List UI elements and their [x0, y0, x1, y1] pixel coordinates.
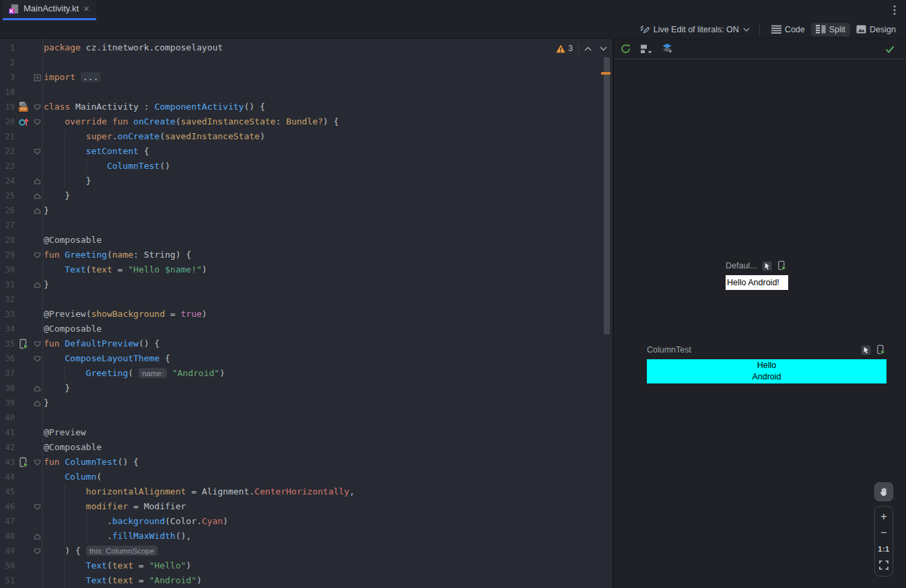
fold-marker[interactable] [32, 340, 42, 348]
fold-marker[interactable] [32, 548, 42, 555]
code-line[interactable]: 39} [0, 396, 613, 410]
code-line[interactable]: 49) { this: ColumnScope [0, 544, 613, 558]
code-line[interactable]: 22setContent { [0, 144, 613, 159]
line-number[interactable]: 45 [0, 487, 15, 497]
code-text[interactable]: modifier = Modifier [42, 499, 186, 514]
zoom-out-button[interactable]: − [880, 527, 886, 538]
line-number[interactable]: 26 [0, 206, 15, 215]
fold-marker[interactable] [32, 503, 42, 511]
code-line[interactable]: 1package cz.itnetwork.composelayout [0, 40, 613, 55]
code-text[interactable]: } [42, 188, 70, 203]
code-text[interactable]: } [42, 174, 91, 188]
code-line[interactable]: 31} [0, 277, 613, 292]
code-text[interactable]: @Composable [42, 440, 102, 455]
line-number[interactable]: 39 [0, 398, 15, 408]
view-mode-code[interactable]: Code [767, 23, 810, 36]
code-text[interactable]: ComposeLayoutTheme { [42, 351, 170, 366]
code-text[interactable]: fun Greeting(name: String) { [42, 248, 191, 262]
fold-marker[interactable] [32, 178, 42, 185]
code-text[interactable]: .background(Color.Cyan) [42, 514, 228, 529]
fold-marker[interactable] [32, 385, 42, 392]
line-number[interactable]: 19 [0, 102, 15, 112]
code-line[interactable]: 26} [0, 203, 613, 218]
line-number[interactable]: 47 [0, 517, 15, 526]
code-line[interactable]: 32 [0, 292, 613, 307]
code-text[interactable]: super.onCreate(savedInstanceState) [42, 129, 265, 144]
code-line[interactable]: 40 [0, 410, 613, 425]
fold-marker[interactable] [32, 533, 42, 540]
line-number[interactable]: 22 [0, 147, 15, 156]
code-line[interactable]: 51Text(text = "Android") [0, 573, 613, 588]
code-text[interactable]: Column( [42, 470, 102, 484]
code-text[interactable]: ) { this: ColumnScope [42, 544, 158, 558]
line-number[interactable]: 42 [0, 443, 15, 452]
code-line[interactable]: 34@Composable [0, 322, 613, 336]
zoom-ratio-button[interactable]: 1:1 [878, 544, 889, 554]
preview-default[interactable]: Defaul... Hello Android! [726, 260, 800, 290]
warning-stripe-mark[interactable] [601, 72, 611, 75]
code-text[interactable]: package cz.itnetwork.composelayout [42, 40, 223, 55]
line-number[interactable]: 2 [0, 58, 15, 67]
code-text[interactable]: } [42, 396, 49, 410]
code-line[interactable]: 21super.onCreate(savedInstanceState) [0, 129, 613, 144]
tab-mainactivity[interactable]: MainActivity.kt × [3, 0, 96, 20]
code-text[interactable]: override fun onCreate(savedInstanceState… [42, 114, 339, 129]
fold-marker[interactable] [32, 104, 42, 111]
line-number[interactable]: 49 [0, 546, 15, 556]
code-text[interactable]: horizontalAlignment = Alignment.CenterHo… [42, 484, 355, 499]
preview-columntest[interactable]: ColumnTest Hello Android [647, 344, 886, 383]
line-number[interactable]: 32 [0, 295, 15, 304]
code-text[interactable]: } [42, 203, 49, 218]
refresh-preview-icon[interactable] [620, 43, 631, 54]
code-line[interactable]: 2 [0, 55, 613, 70]
code-text[interactable]: Text(text = "Hello") [42, 558, 191, 573]
fold-marker[interactable] [32, 118, 42, 126]
view-mode-design[interactable]: Design [851, 23, 901, 36]
line-number[interactable]: 40 [0, 413, 15, 422]
live-edit-dropdown[interactable]: Live Edit of literals: ON [637, 23, 753, 36]
fold-marker[interactable] [32, 252, 42, 259]
fold-marker[interactable] [32, 148, 42, 155]
code-text[interactable]: fun DefaultPreview() { [42, 336, 160, 351]
run-preview-icon[interactable] [777, 260, 788, 271]
code-line[interactable]: 35fun DefaultPreview() { [0, 336, 613, 351]
code-line[interactable]: 37Greeting( name: "Android") [0, 366, 613, 381]
prev-warning-icon[interactable] [584, 46, 592, 51]
code-line[interactable]: 50Text(text = "Hello") [0, 558, 613, 573]
run-preview-icon[interactable] [876, 344, 886, 355]
line-number[interactable]: 31 [0, 280, 15, 289]
line-number[interactable]: 51 [0, 576, 15, 585]
line-number[interactable]: 44 [0, 472, 15, 482]
code-line[interactable]: 48.fillMaxWidth(), [0, 529, 613, 544]
line-number[interactable]: 50 [0, 561, 15, 571]
line-number[interactable]: 34 [0, 324, 15, 334]
editor-scrollbar[interactable] [604, 57, 610, 334]
preview-gutter-icon[interactable] [15, 457, 32, 468]
line-number[interactable]: 37 [0, 369, 15, 378]
code-text[interactable]: } [42, 381, 70, 396]
code-editor[interactable]: 1package cz.itnetwork.composelayout23imp… [0, 39, 613, 588]
code-text[interactable]: import ... [42, 70, 100, 85]
code-text[interactable]: @Composable [42, 233, 102, 248]
line-number[interactable]: 1 [0, 43, 15, 52]
code-line[interactable]: 30Text(text = "Hello $name!") [0, 262, 613, 277]
code-line[interactable]: 42@Composable [0, 440, 613, 455]
pan-button[interactable] [874, 482, 893, 501]
fold-marker[interactable] [32, 281, 42, 289]
android-gutter-icon[interactable]: <> [15, 102, 32, 112]
preview-columntest-render[interactable]: Hello Android [647, 359, 886, 383]
code-line[interactable]: 29fun Greeting(name: String) { [0, 248, 613, 262]
line-number[interactable]: 20 [0, 117, 15, 126]
preview-default-render[interactable]: Hello Android! [726, 275, 788, 290]
code-line[interactable]: 19<>class MainActivity : ComponentActivi… [0, 100, 613, 114]
line-number[interactable]: 3 [0, 73, 15, 82]
line-number[interactable]: 24 [0, 176, 15, 186]
code-line[interactable]: 46modifier = Modifier [0, 499, 613, 514]
line-number[interactable]: 43 [0, 457, 15, 467]
fold-marker[interactable] [32, 459, 42, 466]
view-mode-split[interactable]: Split [811, 23, 850, 36]
interactive-mode-icon[interactable] [762, 261, 772, 271]
code-line[interactable]: 36ComposeLayoutTheme { [0, 351, 613, 366]
preview-gutter-icon[interactable] [15, 338, 32, 350]
fold-marker[interactable] [32, 400, 42, 407]
